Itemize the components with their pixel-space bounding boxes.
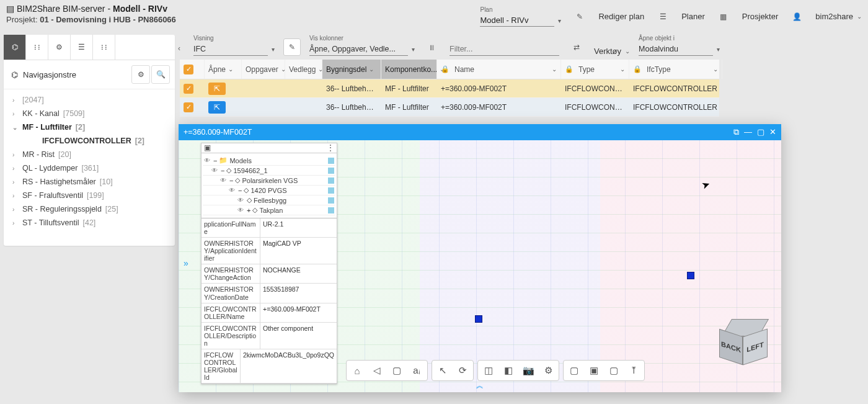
- selected-object-marker[interactable]: [687, 272, 694, 279]
- open-icon[interactable]: ⇱: [208, 83, 226, 95]
- tab-list[interactable]: ☰: [71, 35, 93, 60]
- collapse-sidebar[interactable]: ‹: [174, 40, 185, 57]
- edit-plan-link[interactable]: Rediger plan: [598, 12, 644, 21]
- gear-button[interactable]: ⚙: [131, 65, 150, 84]
- minus-icon[interactable]: −: [221, 167, 224, 174]
- tab-stats[interactable]: ⫶⫶: [93, 35, 115, 60]
- expand-panel[interactable]: »: [184, 258, 188, 268]
- list-icon[interactable]: ☰: [655, 9, 670, 24]
- projects-link[interactable]: Prosjekter: [742, 12, 779, 21]
- cube-icon[interactable]: ▢: [388, 362, 405, 379]
- drag-icon[interactable]: ▣: [204, 143, 211, 153]
- plus-icon[interactable]: +: [247, 207, 250, 214]
- table-row[interactable]: ✓ ⇱ 36-- Luftbehandling MF - Luftfilter …: [180, 98, 719, 117]
- clip1-icon[interactable]: ▢: [565, 362, 583, 379]
- maximize-icon[interactable]: ▢: [757, 127, 764, 137]
- minus-icon[interactable]: −: [229, 177, 233, 184]
- model-tree-row[interactable]: 👁−◇Polarsirkelen VGS: [203, 176, 335, 186]
- section-icon[interactable]: ◧: [500, 362, 517, 379]
- viskol-select[interactable]: Åpne, Oppgaver, Vedle...: [309, 43, 408, 56]
- th-name[interactable]: 🔒Name⌄: [437, 60, 561, 79]
- camera-icon[interactable]: 📷: [520, 362, 537, 379]
- view-cube[interactable]: BACK LEFT: [719, 319, 768, 362]
- table-row[interactable]: ✓ ⇱ 36-- Luftbehandling MF - Luftfilter …: [180, 79, 719, 98]
- model-tree-row[interactable]: 👁−📁Models: [203, 156, 335, 166]
- pointer-icon[interactable]: ↖: [434, 362, 451, 379]
- th-vedlegg[interactable]: Vedlegg⌄: [285, 60, 322, 79]
- plan-select[interactable]: Modell - RIVv: [480, 14, 554, 27]
- eye-icon[interactable]: 👁: [204, 157, 211, 164]
- filter-clear-icon[interactable]: ⇄: [568, 38, 585, 56]
- tree-item[interactable]: ›QL - Lyddemper [361]: [6, 161, 172, 175]
- home-icon[interactable]: ⌂: [348, 362, 366, 379]
- tools-menu[interactable]: Verktøy⌄: [594, 47, 630, 56]
- th-komponentkode[interactable]: Komponentko...⌄: [381, 60, 437, 79]
- model-tree-row[interactable]: 👁−◇1594662_1: [203, 166, 335, 176]
- open-in-select[interactable]: Modalvindu: [639, 43, 713, 56]
- eye-icon[interactable]: 👁: [211, 167, 219, 174]
- th-bygningsdel[interactable]: Bygningsdel⌄: [322, 60, 381, 79]
- clip2-icon[interactable]: ▣: [585, 362, 603, 379]
- chevron-down-icon[interactable]: ▾: [272, 46, 275, 53]
- minus-icon[interactable]: −: [238, 187, 242, 194]
- tab-settings[interactable]: ⚙: [48, 35, 71, 60]
- tree-item[interactable]: ›MR - Rist [20]: [6, 148, 172, 161]
- open-icon[interactable]: ⇱: [208, 101, 226, 114]
- th-ifctype[interactable]: 🔒IfcType⌄: [629, 60, 722, 79]
- chevron-down-icon: ⌄: [713, 66, 718, 73]
- back-icon[interactable]: ◁: [368, 362, 386, 379]
- chevron-down-icon[interactable]: ▾: [558, 17, 561, 24]
- eye-icon[interactable]: 👁: [237, 197, 245, 204]
- model-tree-row[interactable]: 👁+◇Takplan: [203, 205, 335, 215]
- search-button[interactable]: 🔍: [151, 65, 170, 84]
- minus-icon[interactable]: −: [213, 157, 217, 164]
- eye-icon[interactable]: 👁: [220, 177, 228, 184]
- visning-select[interactable]: IFC: [193, 43, 268, 56]
- collapse-modal[interactable]: ︽: [476, 380, 484, 391]
- edit-view-button[interactable]: ✎: [283, 38, 301, 56]
- user-icon[interactable]: 👤: [789, 9, 804, 24]
- gear-icon[interactable]: ⚙: [539, 362, 557, 379]
- model-tree-row[interactable]: 👁◇Fellesbygg: [203, 195, 335, 205]
- popout-icon[interactable]: ⧉: [733, 127, 739, 137]
- box-icon[interactable]: ◫: [480, 362, 497, 379]
- prop-value: 1553518987: [260, 284, 337, 302]
- tree-item[interactable]: ›SR - Reguleringsspjeld [25]: [6, 202, 172, 216]
- orbit-icon[interactable]: ⟳: [454, 362, 471, 379]
- eye-icon[interactable]: 👁: [237, 207, 245, 213]
- modal-titlebar[interactable]: +=360.009-MF002T ⧉ — ▢ ✕: [179, 124, 781, 140]
- edit-icon[interactable]: ✎: [572, 9, 587, 24]
- search-text-icon[interactable]: aᵢ: [408, 362, 425, 379]
- tree-item[interactable]: ›ST - Tilluftsventil [42]: [6, 216, 172, 230]
- clip3-icon[interactable]: ▢: [605, 362, 622, 379]
- tree-item[interactable]: ›SF - Fraluftsventil [199]: [6, 189, 172, 202]
- filter-input[interactable]: [450, 43, 559, 56]
- close-icon[interactable]: ✕: [769, 127, 776, 137]
- eye-icon[interactable]: 👁: [229, 187, 236, 194]
- tree-item[interactable]: ›RS - Hastighetsmåler [10]: [6, 175, 172, 189]
- plans-link[interactable]: Planer: [681, 12, 705, 21]
- th-type[interactable]: 🔒Type⌄: [561, 60, 629, 79]
- th-check[interactable]: ✓: [180, 60, 205, 79]
- tree-leaf[interactable]: IFCFLOWCONTROLLER [2]: [6, 134, 172, 148]
- th-oppgaver[interactable]: Oppgaver⌄: [242, 60, 285, 79]
- check-all[interactable]: ✓: [184, 65, 193, 74]
- selected-object-marker[interactable]: [475, 315, 482, 323]
- minimize-icon[interactable]: —: [744, 127, 752, 137]
- row-check[interactable]: ✓: [184, 84, 193, 94]
- tab-tree[interactable]: ⌬: [4, 35, 26, 60]
- tree-item[interactable]: ›KK - Kanal [7509]: [6, 107, 172, 120]
- chevron-down-icon[interactable]: ▾: [412, 46, 415, 53]
- model-tree-row[interactable]: 👁−◇1420 PVGS: [203, 186, 335, 195]
- grid-icon[interactable]: ▦: [716, 9, 731, 24]
- chevron-down-icon[interactable]: ▾: [717, 46, 720, 53]
- tree-item-selected[interactable]: ⌄MF - Luftfilter [2]: [6, 120, 172, 134]
- menu-icon[interactable]: ⋮: [327, 143, 334, 153]
- user-menu[interactable]: bim2share ⌄: [815, 12, 862, 21]
- tree-item[interactable]: ›[2047]: [6, 93, 172, 107]
- row-check[interactable]: ✓: [184, 102, 193, 112]
- th-apne[interactable]: Åpne⌄: [205, 60, 242, 79]
- columns-icon[interactable]: ⫼: [423, 38, 441, 56]
- tab-chart[interactable]: ⫶⫶: [26, 35, 48, 60]
- upload-icon[interactable]: ⤒: [625, 362, 642, 379]
